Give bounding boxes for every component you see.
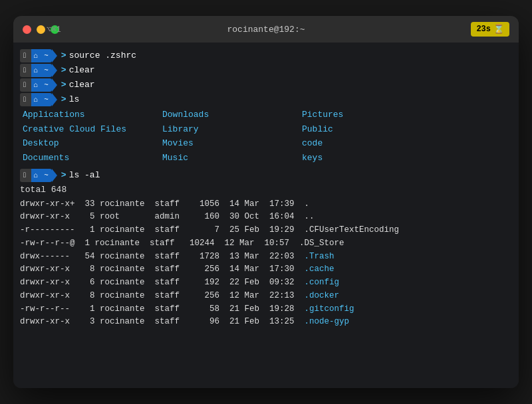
apple-icon-3:  bbox=[20, 78, 31, 92]
file-config: .config bbox=[305, 278, 340, 287]
prompt-arrow-5: > bbox=[61, 169, 66, 182]
cmd-clear-2: clear bbox=[69, 78, 95, 92]
file-trash: .Trash bbox=[305, 252, 334, 261]
file-docker: .docker bbox=[305, 291, 340, 300]
timer-badge: 23s ⌛ bbox=[471, 22, 509, 37]
home-icon-4: ⌂ bbox=[31, 93, 41, 106]
timer-icon: ⌛ bbox=[493, 24, 504, 35]
tilde-label-2: ~ bbox=[41, 64, 52, 77]
ls-al-row-4: -rw-r--r--@ 1 rocinante staff 10244 12 M… bbox=[20, 237, 512, 250]
prompt-arrow-1: > bbox=[61, 49, 66, 62]
tilde-label-5: ~ bbox=[41, 169, 52, 182]
ls-al-row-6: drwxr-xr-x 8 rocinante staff 256 14 Mar … bbox=[20, 263, 512, 276]
ls-item-public: Public bbox=[302, 122, 435, 137]
ls-item-library: Library bbox=[162, 122, 302, 137]
prompt-arrow-2: > bbox=[61, 64, 66, 77]
ls-item-downloads: Downloads bbox=[162, 108, 302, 122]
timer-value: 23s bbox=[476, 25, 491, 34]
prompt-arrow-4: > bbox=[61, 93, 66, 106]
home-icon: ⌂ bbox=[31, 49, 41, 62]
home-icon-3: ⌂ bbox=[31, 78, 41, 92]
window-title: rocinante@192:~ bbox=[227, 25, 305, 35]
prompt-arrow-3: > bbox=[61, 78, 66, 92]
close-button[interactable] bbox=[23, 25, 31, 34]
ls-al-row-1: drwxr-xr-x+ 33 rocinante staff 1056 14 M… bbox=[20, 198, 512, 211]
apple-icon-5:  bbox=[20, 169, 31, 182]
total-line: total 648 bbox=[20, 183, 512, 197]
total-text: total 648 bbox=[20, 185, 66, 195]
apple-icon:  bbox=[20, 49, 31, 62]
ls-al-row-2: drwxr-xr-x 5 root admin 160 30 Oct 16:04… bbox=[20, 211, 512, 223]
ls-item-desktop: Desktop bbox=[23, 136, 162, 151]
ls-item-keys: keys bbox=[302, 151, 435, 165]
prompt-badge-5:  ⌂ ~ bbox=[20, 169, 52, 182]
file-cache: .cache bbox=[305, 264, 334, 274]
ls-item-movies: Movies bbox=[162, 136, 302, 151]
ls-al-row-8: drwxr-xr-x 8 rocinante staff 256 12 Mar … bbox=[20, 290, 512, 302]
prompt-badge-1:  ⌂ ~ bbox=[20, 49, 52, 62]
ls-al-row-3: -r--------- 1 rocinante staff 7 25 Feb 1… bbox=[20, 224, 512, 237]
ls-item-code: code bbox=[302, 136, 435, 151]
prompt-line-4:  ⌂ ~ > ls bbox=[20, 93, 512, 106]
tilde-label-4: ~ bbox=[41, 93, 52, 106]
home-icon-5: ⌂ bbox=[31, 169, 41, 182]
apple-icon-4:  bbox=[20, 93, 31, 106]
minimize-button[interactable] bbox=[37, 25, 45, 34]
tilde-label: ~ bbox=[41, 49, 52, 62]
ls-al-row-7: drwxr-xr-x 6 rocinante staff 192 22 Feb … bbox=[20, 276, 512, 289]
home-icon-2: ⌂ bbox=[31, 64, 41, 77]
terminal-window: ⌥⌘1 rocinante@192:~ 23s ⌛  ⌂ ~ > source… bbox=[13, 16, 519, 388]
cmd-ls: ls bbox=[69, 93, 80, 106]
ls-output: Applications Downloads Pictures Creative… bbox=[23, 108, 512, 165]
prompt-line-3:  ⌂ ~ > clear bbox=[20, 78, 512, 92]
ls-item-pictures: Pictures bbox=[302, 108, 435, 122]
prompt-badge-4:  ⌂ ~ bbox=[20, 93, 52, 106]
prompt-badge-2:  ⌂ ~ bbox=[20, 64, 52, 77]
ls-al-row-10: drwxr-xr-x 3 rocinante staff 96 21 Feb 1… bbox=[20, 316, 512, 328]
cmd-ls-al: ls -al bbox=[69, 169, 100, 182]
prompt-line-5:  ⌂ ~ > ls -al bbox=[20, 169, 512, 182]
ls-al-row-9: -rw-r--r-- 1 rocinante staff 58 21 Feb 1… bbox=[20, 303, 512, 316]
cmd-source: source .zshrc bbox=[69, 49, 136, 62]
cmd-clear-1: clear bbox=[69, 64, 95, 77]
prompt-line-1:  ⌂ ~ > source .zshrc bbox=[20, 49, 512, 62]
ls-item-music: Music bbox=[162, 151, 302, 165]
ls-item-applications: Applications bbox=[23, 108, 162, 122]
prompt-line-2:  ⌂ ~ > clear bbox=[20, 64, 512, 77]
ls-al-row-5: drwx------ 54 rocinante staff 1728 13 Ma… bbox=[20, 251, 512, 263]
file-gitconfig: .gitconfig bbox=[305, 304, 354, 314]
titlebar: ⌥⌘1 rocinante@192:~ 23s ⌛ bbox=[13, 16, 519, 43]
file-node-gyp: .node-gyp bbox=[305, 317, 350, 326]
tilde-label-3: ~ bbox=[41, 78, 52, 92]
ls-item-creativecloud: Creative Cloud Files bbox=[23, 122, 162, 137]
prompt-badge-3:  ⌂ ~ bbox=[20, 78, 52, 92]
ls-item-documents: Documents bbox=[23, 151, 162, 165]
apple-icon-2:  bbox=[20, 64, 31, 77]
terminal-body[interactable]:  ⌂ ~ > source .zshrc  ⌂ ~ > clear  ⌂ … bbox=[13, 43, 519, 388]
shortcut-label: ⌥⌘1 bbox=[47, 25, 61, 35]
